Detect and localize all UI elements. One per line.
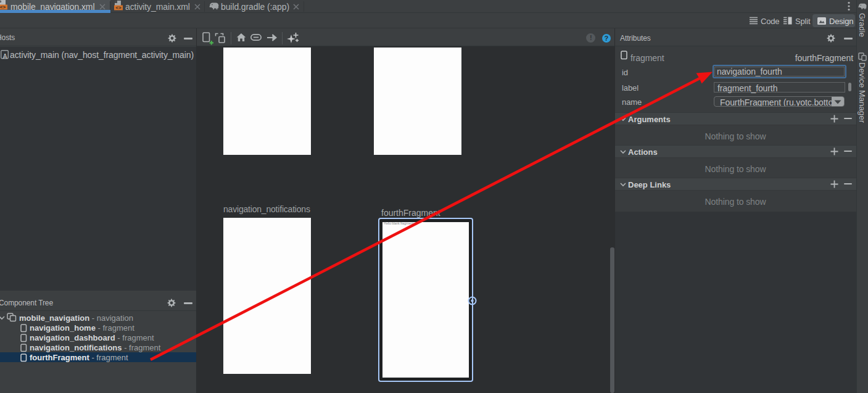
svg-text:<>: <>: [0, 4, 6, 10]
svg-text:A: A: [3, 53, 7, 59]
svg-text:<>: <>: [115, 5, 122, 10]
